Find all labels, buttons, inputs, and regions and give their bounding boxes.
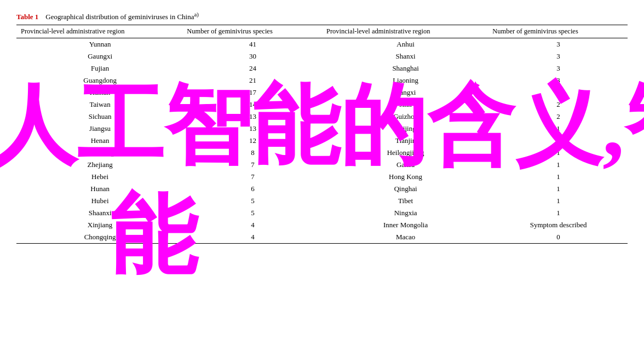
- left-region-cell: Hunan: [16, 183, 183, 195]
- right-number-cell: 3: [489, 38, 628, 51]
- left-number-cell: 13: [183, 123, 322, 135]
- left-region-cell: Taiwan: [16, 99, 183, 111]
- table-row: Hunan6Qinghai1: [16, 183, 628, 195]
- table-row: Xinjiang4Inner MongoliaSymptom described: [16, 219, 628, 231]
- table-footnote-marker: a): [194, 11, 199, 18]
- right-region-cell: Hong Kong: [322, 171, 489, 183]
- table-row: Shaanxi5Ningxia1: [16, 207, 628, 219]
- right-number-cell: 2: [489, 99, 628, 111]
- left-number-cell: 12: [183, 135, 322, 147]
- right-region-cell: Inner Mongolia: [322, 219, 489, 231]
- left-region-cell: Xinjiang: [16, 219, 183, 231]
- table-caption: Geographical distribution of geminivirus…: [45, 13, 194, 21]
- data-table: Provincial-level administrative region N…: [16, 25, 628, 244]
- right-number-cell: 3: [489, 87, 628, 99]
- right-number-cell: 0: [489, 231, 628, 244]
- left-region-cell: Shandong: [16, 147, 183, 159]
- right-number-cell: 1: [489, 195, 628, 207]
- right-number-cell: 1: [489, 135, 628, 147]
- left-number-cell: 14: [183, 99, 322, 111]
- right-region-cell: Shanxi: [322, 50, 489, 62]
- right-number-cell: 1: [489, 183, 628, 195]
- table-row: Sichuan13Guizhou2: [16, 111, 628, 123]
- right-region-cell: Liaoning: [322, 74, 489, 87]
- table-row: Guangdong21Liaoning3: [16, 74, 628, 87]
- table-row: Hubei5Tibet1: [16, 195, 628, 207]
- left-number-cell: 24: [183, 62, 322, 74]
- table-row: Hainan17Jiangxi3: [16, 87, 628, 99]
- right-region-cell: Heilongjiang: [322, 147, 489, 159]
- right-region-cell: Jiangxi: [322, 87, 489, 99]
- right-number-cell: Symptom described: [489, 219, 628, 231]
- right-number-cell: 1: [489, 207, 628, 219]
- table-row: Gaungxi30Shanxi3: [16, 50, 628, 62]
- left-region-cell: Shaanxi: [16, 207, 183, 219]
- table-row: Shandong8Heilongjiang1: [16, 147, 628, 159]
- table-row: Chongqing4Macao0: [16, 231, 628, 244]
- left-region-cell: Guangdong: [16, 74, 183, 87]
- table-header-row: Provincial-level administrative region N…: [16, 25, 628, 38]
- left-number-cell: 41: [183, 38, 322, 51]
- right-number-cell: 1: [489, 159, 628, 171]
- left-number-cell: 5: [183, 195, 322, 207]
- right-region-cell: Ningxia: [322, 207, 489, 219]
- table-row: Henan12Tianjin1: [16, 135, 628, 147]
- right-number-cell: 1: [489, 123, 628, 135]
- left-number-cell: 4: [183, 219, 322, 231]
- right-number-cell: 1: [489, 171, 628, 183]
- col1-header: Provincial-level administrative region: [16, 25, 183, 38]
- left-region-cell: Chongqing: [16, 231, 183, 244]
- table-row: Yunnan41Anhui3: [16, 38, 628, 51]
- left-number-cell: 5: [183, 207, 322, 219]
- right-number-cell: 1: [489, 147, 628, 159]
- left-region-cell: Gaungxi: [16, 50, 183, 62]
- table-row: Hebei7Hong Kong1: [16, 171, 628, 183]
- right-region-cell: Qinghai: [322, 183, 489, 195]
- left-number-cell: 17: [183, 87, 322, 99]
- col3-header: Provincial-level administrative region: [322, 25, 489, 38]
- col2-header: Number of geminivirus species: [183, 25, 322, 38]
- right-number-cell: 3: [489, 74, 628, 87]
- table-row: Zhejiang7Gansu1: [16, 159, 628, 171]
- right-region-cell: Beijing: [322, 123, 489, 135]
- right-region-cell: Gansu: [322, 159, 489, 171]
- left-region-cell: Yunnan: [16, 38, 183, 51]
- left-number-cell: 30: [183, 50, 322, 62]
- left-number-cell: 7: [183, 159, 322, 171]
- left-number-cell: 13: [183, 111, 322, 123]
- right-region-cell: Shanghai: [322, 62, 489, 74]
- left-number-cell: 8: [183, 147, 322, 159]
- left-number-cell: 6: [183, 183, 322, 195]
- right-region-cell: Macao: [322, 231, 489, 244]
- left-number-cell: 4: [183, 231, 322, 244]
- left-region-cell: Zhejiang: [16, 159, 183, 171]
- right-number-cell: 3: [489, 50, 628, 62]
- table-label: Table 1: [16, 13, 38, 21]
- right-region-cell: Guizhou: [322, 111, 489, 123]
- right-region-cell: Tianjin: [322, 135, 489, 147]
- left-region-cell: Sichuan: [16, 111, 183, 123]
- left-region-cell: Hubei: [16, 195, 183, 207]
- left-region-cell: Jiangsu: [16, 123, 183, 135]
- left-region-cell: Hebei: [16, 171, 183, 183]
- left-region-cell: Hainan: [16, 87, 183, 99]
- left-number-cell: 21: [183, 74, 322, 87]
- table-row: Jiangsu13Beijing1: [16, 123, 628, 135]
- right-region-cell: Anhui: [322, 38, 489, 51]
- col4-header: Number of geminivirus species: [489, 25, 628, 38]
- page-container: Table 1 Geographical distribution of gem…: [0, 0, 644, 255]
- right-number-cell: 2: [489, 111, 628, 123]
- right-number-cell: 3: [489, 62, 628, 74]
- left-region-cell: Fujian: [16, 62, 183, 74]
- left-region-cell: Henan: [16, 135, 183, 147]
- right-region-cell: Jilin: [322, 99, 489, 111]
- table-row: Fujian24Shanghai3: [16, 62, 628, 74]
- right-region-cell: Tibet: [322, 195, 489, 207]
- table-title: Table 1 Geographical distribution of gem…: [16, 11, 628, 21]
- left-number-cell: 7: [183, 171, 322, 183]
- table-row: Taiwan14Jilin2: [16, 99, 628, 111]
